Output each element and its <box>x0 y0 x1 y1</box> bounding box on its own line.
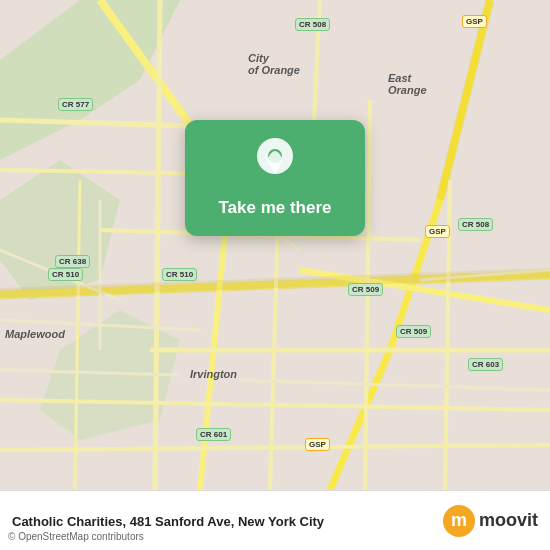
info-bar: © OpenStreetMap contributors Catholic Ch… <box>0 490 550 550</box>
road-badge-cr577: CR 577 <box>58 98 93 111</box>
road-badge-cr510b: CR 510 <box>48 268 83 281</box>
road-badge-gsp-top: GSP <box>462 15 487 28</box>
city-label-orange: Cityof Orange <box>248 52 300 76</box>
city-label-east-orange: EastOrange <box>388 72 427 96</box>
place-name: Catholic Charities, 481 Sanford Ave, New… <box>12 514 324 529</box>
copyright-text: © OpenStreetMap contributors <box>8 531 144 542</box>
moovit-icon: m <box>443 505 475 537</box>
road-badge-cr603: CR 603 <box>468 358 503 371</box>
moovit-wordmark: moovit <box>479 510 538 531</box>
take-me-there-popup[interactable]: Take me there <box>185 120 365 236</box>
road-badge-gsp-mid: GSP <box>425 225 450 238</box>
road-badge-cr510a: CR 510 <box>162 268 197 281</box>
location-pin-icon <box>257 138 293 188</box>
city-label-irvington: Irvington <box>190 368 237 380</box>
take-me-there-label: Take me there <box>218 198 331 218</box>
road-badge-cr601: CR 601 <box>196 428 231 441</box>
city-label-maplewood: Maplewood <box>5 328 65 340</box>
place-info: © OpenStreetMap contributors Catholic Ch… <box>12 512 324 529</box>
road-badge-cr638b: CR 638 <box>55 255 90 268</box>
moovit-logo: m moovit <box>443 505 538 537</box>
road-badge-cr508-top: CR 508 <box>295 18 330 31</box>
road-badge-cr509b: CR 509 <box>396 325 431 338</box>
road-badge-gsp-bot: GSP <box>305 438 330 451</box>
map-view: CR 508 GSP CR 577 CR 638 CR 638 CR 510 C… <box>0 0 550 490</box>
road-badge-cr508b: CR 508 <box>458 218 493 231</box>
road-badge-cr509a: CR 509 <box>348 283 383 296</box>
